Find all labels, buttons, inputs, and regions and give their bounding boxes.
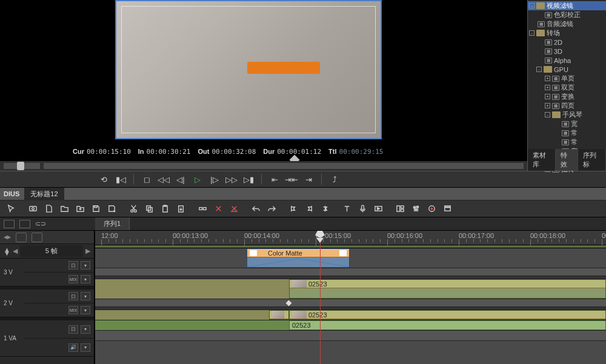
scrub-bar[interactable] (0, 161, 527, 171)
timeline[interactable]: 12:0000:00:13:0000:00:14:0000:00:15:0000… (95, 231, 606, 364)
clip-prev-thumb[interactable] (269, 310, 289, 320)
track-mode-a-icon[interactable] (16, 233, 27, 242)
paste-button[interactable] (158, 202, 172, 216)
clip-color-matte[interactable]: Color Matte (247, 248, 350, 268)
tree-item[interactable]: -手风琴 (528, 110, 606, 119)
render-button[interactable] (371, 202, 385, 216)
cut-button[interactable] (126, 202, 141, 216)
track-tool-a-icon[interactable] (4, 220, 15, 228)
expand-icon[interactable]: + (545, 76, 550, 81)
tree-item[interactable]: +▦四页 (528, 101, 606, 110)
prev-edit-button[interactable]: ▮◁ (114, 173, 127, 185)
ripple-delete-button[interactable] (227, 202, 241, 216)
tree-item[interactable]: ▦3D (528, 47, 606, 56)
marker-out-button[interactable] (302, 202, 316, 216)
sequence-tab[interactable]: 序列1 (95, 217, 130, 230)
capture-button[interactable] (25, 202, 40, 216)
tree-item[interactable]: -视频滤镜 (528, 1, 606, 10)
track-expand-icon[interactable]: ▾ (81, 343, 90, 352)
settings-button[interactable] (440, 202, 454, 216)
track-patch-icon[interactable]: 日 (68, 325, 78, 334)
clip-02523-v2[interactable]: 02523 (289, 279, 606, 299)
step-back-button[interactable]: ◁| (174, 173, 187, 185)
tree-item[interactable]: ▦常 (528, 137, 606, 147)
tree-item[interactable]: +▦双页 (528, 83, 606, 92)
delete-button[interactable] (211, 202, 225, 216)
ripple-button[interactable] (195, 202, 210, 216)
loop-button[interactable]: ⟲ (97, 173, 110, 185)
track-header-3v[interactable]: 3 V 日▾ MIX▾ (0, 259, 94, 286)
tree-item[interactable]: -GPU (528, 65, 606, 74)
voiceover-button[interactable] (355, 202, 370, 216)
redo-button[interactable] (264, 202, 279, 216)
next-edit-button[interactable]: ▷▮ (242, 173, 255, 185)
transition-icon[interactable] (286, 300, 292, 306)
title-button[interactable] (339, 202, 354, 216)
playhead[interactable] (320, 231, 321, 364)
import-button[interactable] (73, 202, 87, 216)
marker-in-button[interactable] (286, 202, 301, 216)
rewind-button[interactable]: ◁◁ (157, 173, 170, 185)
speaker-icon[interactable]: 🔊 (68, 343, 78, 352)
tree-item[interactable]: -转场 (528, 28, 606, 38)
expand-icon[interactable]: - (529, 30, 534, 36)
new-button[interactable] (41, 202, 56, 216)
frame-step-arrows[interactable]: ▲▼ (4, 248, 10, 255)
tab-library[interactable]: 素材库 (528, 149, 556, 171)
frame-count[interactable]: 5 帧 (20, 245, 83, 257)
export-button[interactable]: ⤴ (328, 173, 341, 185)
goto-out-button[interactable]: ⇥⇤ (285, 173, 298, 185)
mixer-button[interactable] (408, 202, 423, 216)
set-out-button[interactable]: ⇥ (302, 173, 315, 185)
copy-button[interactable] (142, 202, 156, 216)
stop-button[interactable]: ◻ (140, 173, 153, 185)
expand-icon[interactable]: + (545, 94, 550, 99)
tab-effects[interactable]: 特效 (556, 149, 578, 171)
vectorscope-button[interactable] (424, 202, 439, 216)
set-in-button[interactable]: ⇤ (268, 173, 281, 185)
track-mode-b-icon[interactable] (32, 233, 42, 242)
expand-icon[interactable]: - (529, 3, 534, 8)
track-mute-icon[interactable]: ▾ (81, 275, 90, 283)
save-button[interactable] (88, 202, 103, 216)
track-header-1va[interactable]: 1 VA 日▾ 🔊▾ (0, 320, 94, 357)
step-fwd-button[interactable]: |▷ (208, 173, 221, 185)
undo-button[interactable] (248, 202, 263, 216)
ffwd-button[interactable]: ▷▷ (225, 173, 238, 185)
paste-insert-button[interactable] (173, 202, 188, 216)
panel-tabs[interactable]: 素材库 特效 序列标 (528, 149, 606, 171)
pointer-tool-button[interactable] (4, 202, 18, 216)
track-patch-icon[interactable]: 日 (68, 292, 78, 300)
expand-icon[interactable]: + (545, 85, 550, 90)
layout-button[interactable] (393, 202, 407, 216)
play-button[interactable]: ▷ (191, 173, 204, 185)
marker-button[interactable] (318, 202, 332, 216)
expand-icon[interactable]: - (536, 67, 542, 72)
expand-icon[interactable]: + (545, 103, 550, 108)
tree-item[interactable]: ▦音频滤镜 (528, 19, 606, 28)
scrub-handle[interactable] (17, 162, 24, 170)
track-mute-icon[interactable]: ▾ (81, 306, 90, 314)
tab-seq-markers[interactable]: 序列标 (578, 149, 606, 171)
track-expand-icon[interactable]: ▾ (81, 261, 90, 270)
save-as-button[interactable] (104, 202, 119, 216)
tree-item[interactable]: ▦常 (528, 128, 606, 137)
track-tool-b-icon[interactable] (19, 220, 30, 228)
tree-item[interactable]: +▦单页 (528, 74, 606, 83)
tree-item[interactable]: ▦宽 (528, 119, 606, 128)
open-button[interactable] (57, 202, 72, 216)
tree-item[interactable]: ▦色彩校正 (528, 10, 606, 19)
tree-item[interactable]: ▦Alpha (528, 56, 606, 65)
track-header-2v[interactable]: 2 V 日▾ MIX▾ (0, 290, 94, 317)
track-expand-icon[interactable]: ▾ (81, 292, 90, 300)
track-expand-icon[interactable]: ▾ (81, 325, 90, 334)
clip-02523-audio[interactable]: 02523 (289, 320, 606, 330)
clip-02523-v1[interactable]: 02523 (289, 310, 606, 320)
timeline-ruler[interactable]: 12:0000:00:13:0000:00:14:0000:00:15:0000… (95, 231, 606, 245)
expand-icon[interactable]: - (545, 112, 550, 117)
tree-item[interactable]: +▦变换 (528, 92, 606, 101)
tree-item[interactable]: ▦2D (528, 38, 606, 47)
link-icon[interactable]: ⊂⊃ (35, 220, 46, 228)
project-title: 无标题12 (24, 188, 64, 200)
track-patch-icon[interactable]: 日 (68, 261, 78, 270)
